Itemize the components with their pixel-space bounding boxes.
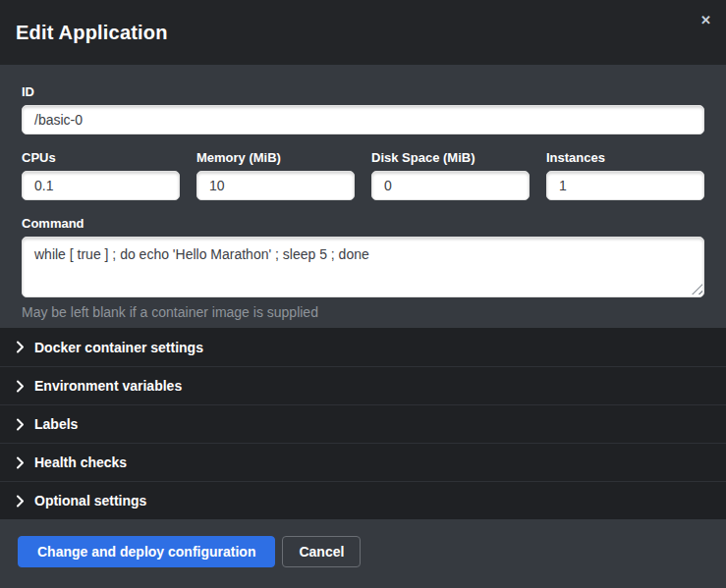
chevron-right-icon bbox=[16, 456, 25, 469]
section-optional-settings[interactable]: Optional settings bbox=[0, 481, 726, 519]
modal-footer: Change and deploy configuration Cancel bbox=[0, 519, 726, 588]
id-label: ID bbox=[22, 84, 704, 99]
instances-input[interactable] bbox=[546, 171, 704, 200]
memory-input[interactable] bbox=[196, 171, 355, 200]
edit-application-form: ID CPUs Memory (MiB) Disk Space (MiB) In… bbox=[0, 65, 726, 328]
resources-row: CPUs Memory (MiB) Disk Space (MiB) Insta… bbox=[22, 150, 704, 200]
section-label: Optional settings bbox=[34, 493, 146, 508]
chevron-right-icon bbox=[16, 495, 25, 508]
memory-field-group: Memory (MiB) bbox=[196, 150, 355, 200]
section-environment-variables[interactable]: Environment variables bbox=[0, 366, 726, 404]
edit-application-modal: Edit Application ✕ ID CPUs Memory (MiB) … bbox=[0, 0, 726, 588]
disk-label: Disk Space (MiB) bbox=[371, 150, 530, 165]
chevron-right-icon bbox=[16, 418, 25, 431]
chevron-right-icon bbox=[16, 341, 25, 353]
command-label: Command bbox=[22, 216, 704, 231]
memory-label: Memory (MiB) bbox=[196, 150, 355, 165]
cancel-button[interactable]: Cancel bbox=[282, 536, 361, 567]
cpus-label: CPUs bbox=[22, 150, 180, 165]
command-field-group: Command while [ true ] ; do echo 'Hello … bbox=[22, 216, 704, 321]
id-field-group: ID bbox=[22, 84, 704, 134]
change-and-deploy-button[interactable]: Change and deploy configuration bbox=[18, 536, 275, 567]
cpus-input[interactable] bbox=[22, 171, 180, 200]
id-input[interactable] bbox=[22, 105, 704, 134]
section-health-checks[interactable]: Health checks bbox=[0, 443, 726, 481]
command-textarea[interactable]: while [ true ] ; do echo 'Hello Marathon… bbox=[22, 237, 704, 297]
disk-field-group: Disk Space (MiB) bbox=[371, 150, 530, 200]
command-textarea-wrap: while [ true ] ; do echo 'Hello Marathon… bbox=[22, 237, 704, 297]
section-label: Docker container settings bbox=[34, 340, 203, 355]
collapsible-sections: Docker container settings Environment va… bbox=[0, 328, 726, 519]
disk-input[interactable] bbox=[371, 171, 530, 200]
command-help-text: May be left blank if a container image i… bbox=[22, 304, 704, 321]
section-docker-container-settings[interactable]: Docker container settings bbox=[0, 328, 726, 366]
close-icon[interactable]: ✕ bbox=[700, 14, 711, 27]
section-label: Environment variables bbox=[34, 378, 182, 394]
section-label: Labels bbox=[34, 416, 78, 432]
instances-label: Instances bbox=[546, 150, 704, 165]
cpus-field-group: CPUs bbox=[22, 150, 180, 200]
section-labels[interactable]: Labels bbox=[0, 404, 726, 443]
modal-header: Edit Application ✕ bbox=[0, 0, 726, 65]
modal-title: Edit Application bbox=[16, 22, 168, 44]
chevron-right-icon bbox=[16, 380, 25, 393]
section-label: Health checks bbox=[34, 454, 127, 470]
instances-field-group: Instances bbox=[546, 150, 704, 200]
